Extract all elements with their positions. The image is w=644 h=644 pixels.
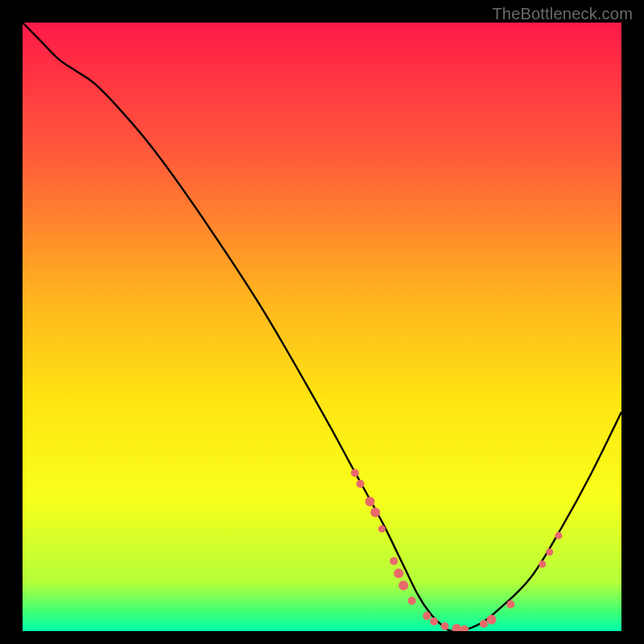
sample-point [546, 548, 553, 555]
sample-point [408, 597, 416, 605]
sample-point [378, 525, 386, 532]
sample-point [357, 480, 365, 488]
sample-point [441, 622, 449, 630]
sample-point [398, 580, 408, 590]
sample-point [430, 617, 438, 625]
sample-point [365, 497, 375, 506]
sample-point [506, 601, 514, 609]
sample-point [555, 532, 562, 539]
sample-point [487, 615, 497, 625]
sample-point [390, 557, 398, 565]
gradient-background [23, 23, 621, 631]
sample-point [480, 620, 488, 628]
watermark-text: TheBottleneck.com [492, 5, 633, 23]
chart-svg [23, 23, 621, 631]
sample-point [394, 568, 403, 578]
sample-point [423, 612, 431, 620]
sample-point [539, 560, 546, 568]
sample-point [351, 469, 359, 477]
chart-container: TheBottleneck.com [0, 0, 644, 644]
plot-area [23, 23, 621, 631]
sample-point [370, 508, 380, 518]
